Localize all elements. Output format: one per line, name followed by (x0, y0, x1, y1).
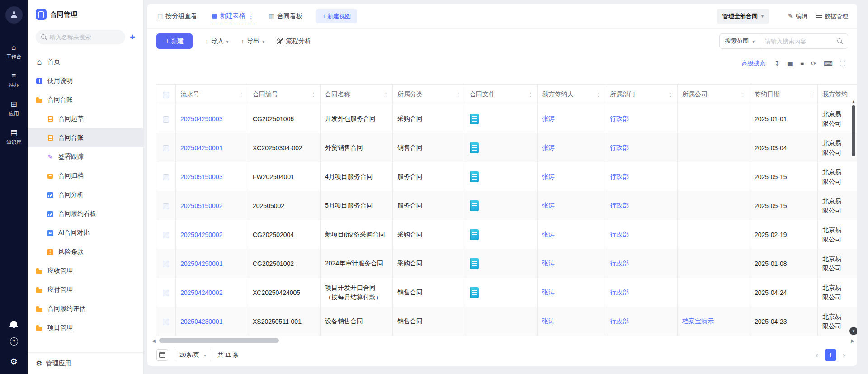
column-menu-icon[interactable] (311, 91, 316, 98)
switch-view-icon[interactable] (787, 60, 793, 67)
vertical-scrollbar[interactable] (850, 99, 857, 335)
serial-link[interactable]: 202505150002 (180, 202, 222, 209)
flow-analysis-button[interactable]: 流程分析 (277, 37, 311, 45)
contract-file-icon[interactable] (470, 114, 479, 124)
dept-link[interactable]: 行政部 (610, 289, 629, 296)
signer-link[interactable]: 张涛 (542, 202, 555, 209)
sidebar-item-合同台账[interactable]: 合同台账 (28, 90, 143, 109)
sidebar-item-使用说明[interactable]: 使用说明 (28, 71, 143, 90)
signer-link[interactable]: 张涛 (542, 173, 555, 180)
tab-new-table[interactable]: 新建表格 ⋮ (211, 8, 255, 24)
signer-link[interactable]: 张涛 (542, 317, 555, 325)
row-checkbox[interactable] (163, 174, 169, 180)
signer-link[interactable]: 张涛 (542, 289, 555, 296)
help-icon[interactable] (10, 337, 18, 346)
sidebar-item-合同履约评估[interactable]: 合同履约评估 (28, 299, 143, 318)
dept-link[interactable]: 行政部 (610, 173, 629, 180)
column-menu-icon[interactable] (383, 91, 389, 98)
search-scope-select[interactable]: 搜索范围 (720, 34, 760, 48)
column-menu-icon[interactable] (668, 91, 674, 98)
dept-link[interactable]: 行政部 (610, 260, 629, 267)
import-button[interactable]: 导入 (205, 37, 229, 45)
export-button[interactable]: 导出 (241, 37, 265, 45)
contract-file-icon[interactable] (470, 171, 479, 182)
sidebar-item-签署跟踪[interactable]: 签署跟踪 (28, 147, 143, 166)
rail-item-应用[interactable]: 应用 (9, 100, 19, 117)
column-menu-icon[interactable] (238, 91, 244, 98)
row-checkbox[interactable] (163, 203, 169, 209)
new-button[interactable]: + 新建 (156, 33, 193, 49)
sidebar-search[interactable] (36, 30, 125, 44)
vertical-scroll-thumb[interactable] (852, 105, 855, 156)
contract-file-icon[interactable] (470, 258, 479, 269)
sidebar-item-首页[interactable]: 首页 (28, 52, 143, 71)
add-button[interactable]: + (130, 33, 135, 42)
row-checkbox[interactable] (163, 290, 169, 296)
tab-menu-icon[interactable]: ⋮ (248, 12, 255, 19)
serial-link[interactable]: 202504290002 (180, 231, 222, 238)
sidebar-item-应收管理[interactable]: 应收管理 (28, 261, 143, 280)
sidebar-item-合同起草[interactable]: 合同起草 (28, 109, 143, 128)
manage-scope-button[interactable]: 管理全部合同 (717, 9, 769, 24)
scroll-right-icon[interactable] (851, 338, 854, 343)
contract-file-icon[interactable] (470, 229, 479, 240)
contract-file-icon[interactable] (470, 200, 479, 211)
export-report-icon[interactable] (774, 60, 780, 67)
sidebar-item-合同分析[interactable]: 合同分析 (28, 185, 143, 204)
search-icon[interactable] (837, 38, 843, 44)
tab-group-view[interactable]: 按分组查看 (156, 9, 198, 24)
serial-link[interactable]: 202504230001 (180, 318, 222, 325)
signer-link[interactable]: 张涛 (542, 260, 555, 267)
sidebar-item-manage-apps[interactable]: 管理应用 (28, 352, 143, 374)
avatar[interactable] (5, 6, 23, 24)
sidebar-item-合同履约看板[interactable]: 合同履约看板 (28, 204, 143, 223)
sidebar-search-input[interactable] (50, 34, 120, 41)
horizontal-scrollbar[interactable] (147, 337, 857, 344)
row-checkbox[interactable] (163, 232, 169, 238)
serial-link[interactable]: 202504290003 (180, 115, 222, 123)
signer-link[interactable]: 张涛 (542, 231, 555, 238)
serial-link[interactable]: 202504250001 (180, 144, 222, 151)
horizontal-scroll-thumb[interactable] (159, 338, 279, 343)
table-search-input[interactable] (760, 38, 837, 45)
keyboard-shortcut-icon[interactable] (824, 60, 833, 67)
column-menu-icon[interactable] (740, 91, 746, 98)
select-all-checkbox[interactable] (163, 92, 169, 98)
data-manage-button[interactable]: 数据管理 (816, 12, 848, 20)
rail-item-工作台[interactable]: 工作台 (6, 43, 21, 60)
scroll-down-icon[interactable] (849, 327, 857, 335)
dept-link[interactable]: 行政部 (610, 115, 629, 122)
prev-page-button[interactable]: ‹ (816, 350, 818, 360)
row-checkbox[interactable] (163, 116, 169, 123)
dept-link[interactable]: 行政部 (610, 144, 629, 151)
current-page-button[interactable]: 1 (825, 349, 836, 361)
serial-link[interactable]: 202505150003 (180, 173, 222, 180)
column-menu-icon[interactable] (528, 91, 533, 98)
sidebar-item-合同归档[interactable]: 合同归档 (28, 166, 143, 185)
column-menu-icon[interactable] (595, 91, 601, 98)
row-checkbox[interactable] (163, 261, 169, 267)
rail-item-待办[interactable]: 待办 (9, 72, 19, 89)
new-view-button[interactable]: + 新建视图 (316, 9, 357, 23)
sidebar-item-项目管理[interactable]: 项目管理 (28, 318, 143, 337)
dept-link[interactable]: 行政部 (610, 317, 629, 325)
row-checkbox[interactable] (163, 145, 169, 151)
tab-contract-board[interactable]: 合同看板 (268, 9, 303, 24)
page-size-select[interactable]: 20条/页 (175, 349, 211, 361)
next-page-button[interactable]: › (843, 350, 845, 360)
scroll-left-icon[interactable] (152, 338, 156, 343)
notifications-icon[interactable] (10, 321, 17, 327)
serial-link[interactable]: 202504290001 (180, 260, 222, 267)
horizontal-scroll-track[interactable] (158, 338, 849, 343)
column-menu-icon[interactable] (808, 91, 814, 98)
signer-link[interactable]: 张涛 (542, 115, 555, 122)
row-checkbox[interactable] (163, 319, 169, 325)
settings-icon[interactable] (10, 356, 18, 367)
rail-item-知识库[interactable]: 知识库 (6, 129, 21, 146)
row-height-icon[interactable] (800, 60, 804, 67)
scroll-up-icon[interactable] (852, 99, 855, 104)
serial-link[interactable]: 202504240002 (180, 289, 222, 296)
contract-file-icon[interactable] (470, 287, 479, 298)
sidebar-item-AI合同对比[interactable]: AI合同对比 (28, 223, 143, 242)
refresh-icon[interactable] (811, 60, 816, 67)
